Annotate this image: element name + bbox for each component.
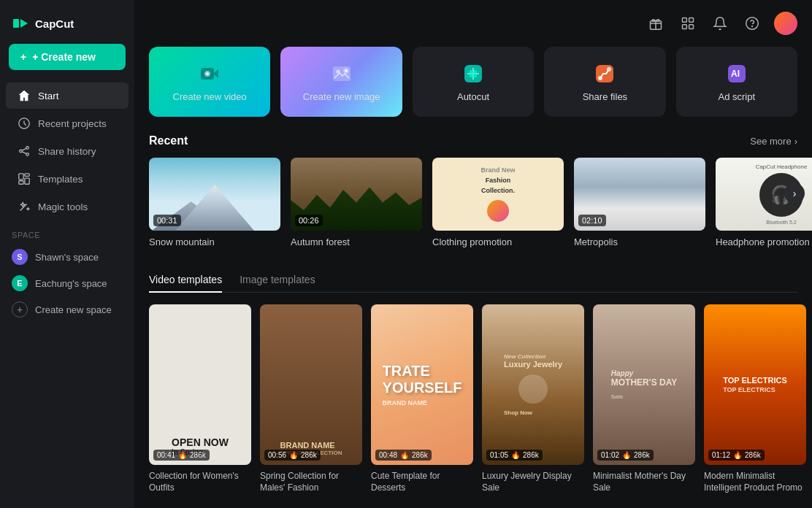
template-item-tpl5[interactable]: Happy MOTHER'S DAY Sale 01:02 🔥 286k Min…	[593, 304, 695, 493]
share-files-label: Share files	[583, 91, 627, 102]
svg-rect-7	[25, 174, 29, 177]
tpl1-thumb: OPEN NOW In Spring 00:41 🔥 286k	[149, 304, 251, 465]
svg-point-16	[752, 26, 753, 27]
ad-script-card[interactable]: AI Ad script	[676, 47, 797, 117]
eachung-avatar: E	[12, 275, 28, 291]
sidebar-item-start[interactable]: Start	[6, 82, 129, 109]
template-item-tpl3[interactable]: TRATE YOURSELF BRAND NAME 00:48 🔥 286k C…	[371, 304, 473, 493]
svg-rect-11	[683, 18, 687, 23]
grid-button[interactable]	[678, 13, 698, 34]
recent-scroll-next[interactable]: ›	[784, 183, 805, 204]
svg-rect-9	[19, 181, 23, 185]
sidebar-item-templates[interactable]: Templates	[6, 166, 129, 192]
tpl1-label: Collection for Women's Outfits	[149, 471, 251, 493]
svg-point-3	[26, 147, 29, 150]
create-video-card[interactable]: Create new video	[149, 47, 270, 117]
main-content: Create new video Create new image	[134, 0, 812, 508]
clock-icon	[18, 117, 31, 130]
snow-mountain-label: Snow mountain	[149, 236, 280, 247]
snow-mountain-duration: 00:31	[153, 215, 181, 226]
help-button[interactable]	[742, 13, 762, 34]
space-label: SPACE	[0, 220, 134, 244]
tpl6-thumb: TOP ELECTRICS TOP ELECTRICS 01:12 🔥 286k	[704, 304, 806, 465]
share-icon	[18, 145, 31, 158]
svg-rect-6	[19, 174, 23, 180]
snow-mountain-thumb: 00:31	[149, 158, 280, 231]
svg-point-4	[20, 150, 23, 153]
sidebar-item-magic-tools[interactable]: Magic tools	[6, 193, 129, 220]
tab-video-templates[interactable]: Video templates	[149, 268, 222, 293]
sidebar-item-recent-projects[interactable]: Recent projects	[6, 110, 129, 136]
recent-item-snow-mountain[interactable]: 00:31 Snow mountain	[149, 158, 280, 247]
tpl3-thumb: TRATE YOURSELF BRAND NAME 00:48 🔥 286k	[371, 304, 473, 465]
svg-point-15	[746, 18, 759, 30]
clothing-promo-label: Clothing promotion	[432, 236, 564, 247]
recent-item-clothing-promo[interactable]: Brand New Fashion Collection. Clothing p…	[432, 158, 564, 247]
tpl3-badge: 00:48 🔥 286k	[375, 450, 432, 461]
shawn-avatar: S	[12, 249, 28, 265]
tpl2-badge: 00:56 🔥 286k	[264, 450, 321, 461]
sidebar-item-share-history[interactable]: Share history	[6, 138, 129, 164]
create-new-space[interactable]: + Create new space	[0, 296, 134, 323]
autumn-forest-label: Autumn forest	[291, 236, 422, 247]
share-files-card[interactable]: Share files	[544, 47, 665, 117]
tpl4-badge: 01:05 🔥 286k	[486, 450, 543, 461]
tpl4-thumb: New Collection Luxury Jewelry Shop Now 0…	[482, 304, 584, 465]
template-item-tpl2[interactable]: BRAND NAME SPRING COLLECTION 00:56 🔥 286…	[260, 304, 362, 493]
autumn-forest-thumb: 00:26	[291, 158, 422, 231]
autocut-card[interactable]: Autocut	[413, 47, 534, 117]
gift-button[interactable]	[646, 13, 666, 34]
bell-icon	[713, 16, 727, 31]
tpl6-badge: 01:12 🔥 286k	[708, 450, 765, 461]
create-video-label: Create new video	[173, 91, 247, 102]
sidebar-space-eachung[interactable]: E Eachung's space	[0, 270, 134, 296]
fire-icon: 🔥	[733, 451, 742, 459]
recent-item-autumn-forest[interactable]: 00:26 Autumn forest	[291, 158, 422, 247]
svg-marker-18	[214, 69, 218, 78]
template-item-tpl6[interactable]: TOP ELECTRICS TOP ELECTRICS 01:12 🔥 286k…	[704, 304, 806, 493]
sidebar: CapCut + + Create new Start Recent proje…	[0, 0, 134, 508]
svg-point-26	[607, 67, 611, 72]
sidebar-share-label: Share history	[38, 146, 96, 157]
clothing-promo-thumb: Brand New Fashion Collection.	[432, 158, 564, 231]
template-grid: OPEN NOW In Spring 00:41 🔥 286k Collecti…	[149, 304, 797, 493]
autocut-icon	[461, 62, 485, 85]
create-new-button[interactable]: + + Create new	[9, 44, 126, 70]
svg-rect-14	[689, 25, 694, 29]
recent-item-metropolis[interactable]: 02:10 Metropolis	[574, 158, 705, 247]
tpl4-label: Luxury Jewelry Display Sale	[482, 471, 584, 493]
sidebar-recent-label: Recent projects	[38, 118, 107, 129]
bell-button[interactable]	[710, 13, 730, 34]
recent-section-header: Recent See more ›	[149, 134, 797, 147]
tpl2-thumb: BRAND NAME SPRING COLLECTION 00:56 🔥 286…	[260, 304, 362, 465]
create-space-label: Create new space	[35, 304, 112, 315]
template-tabs: Video templates Image templates	[149, 268, 797, 293]
magic-icon	[18, 200, 31, 213]
see-more-button[interactable]: See more ›	[750, 136, 797, 147]
action-cards: Create new video Create new image	[149, 47, 797, 117]
svg-text:AI: AI	[731, 69, 740, 79]
headphone-promo-label: Headphone promotion	[716, 236, 812, 247]
svg-rect-8	[25, 178, 29, 184]
home-icon	[18, 89, 31, 102]
fire-icon: 🔥	[622, 451, 631, 459]
tpl2-label: Spring Collection for Males' Fashion	[260, 471, 362, 493]
sidebar-templates-label: Templates	[38, 174, 83, 185]
create-image-card[interactable]: Create new image	[280, 47, 402, 117]
sidebar-magic-label: Magic tools	[38, 201, 88, 212]
user-avatar[interactable]	[774, 12, 797, 35]
recent-title: Recent	[149, 134, 188, 147]
svg-rect-12	[689, 18, 694, 23]
svg-point-27	[598, 76, 602, 80]
fire-icon: 🔥	[289, 451, 298, 459]
template-icon	[18, 172, 31, 185]
shawn-space-label: Shawn's space	[35, 252, 99, 263]
ad-script-label: Ad script	[719, 91, 756, 102]
capcut-logo-icon	[12, 15, 29, 32]
grid-icon	[681, 16, 695, 31]
sidebar-space-shawn[interactable]: S Shawn's space	[0, 244, 134, 270]
image-plus-icon	[330, 62, 353, 85]
template-item-tpl1[interactable]: OPEN NOW In Spring 00:41 🔥 286k Collecti…	[149, 304, 251, 493]
template-item-tpl4[interactable]: New Collection Luxury Jewelry Shop Now 0…	[482, 304, 584, 493]
tab-image-templates[interactable]: Image templates	[240, 268, 315, 293]
